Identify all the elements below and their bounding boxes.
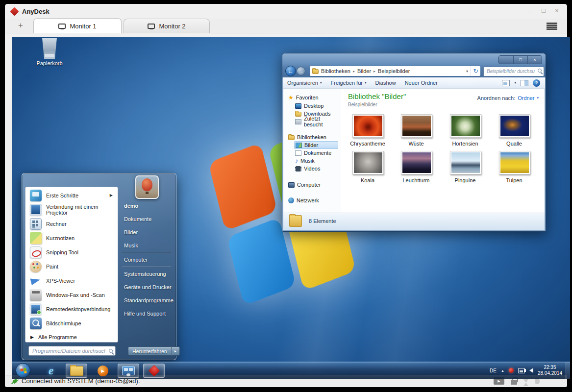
organize-button[interactable]: Organisieren ▾ (283, 77, 326, 88)
file-name[interactable]: Pinguine (443, 177, 488, 183)
file-name[interactable]: Hortensien (443, 141, 488, 147)
file-thumbnail[interactable] (499, 114, 530, 138)
file-thumbnail[interactable] (450, 114, 481, 138)
all-programs-button[interactable]: ▶Alle Programme (30, 332, 77, 342)
start-right-musik[interactable]: Musik (124, 241, 175, 250)
file-name[interactable]: Qualle (492, 141, 537, 147)
shutdown-options-arrow[interactable]: ▸ (172, 346, 180, 356)
start-right-hilfe-support[interactable]: Hilfe und Support (124, 309, 175, 318)
views-icon[interactable] (502, 80, 510, 86)
views-dropdown-icon[interactable]: ▾ (514, 81, 516, 85)
sidebar-item-favoriten[interactable]: ★Favoriten (287, 94, 320, 101)
breadcrumb-segment[interactable]: Beispielbilder (378, 68, 410, 74)
preview-pane-icon[interactable] (521, 80, 528, 86)
sidebar-item-zuletzt-besucht[interactable]: Zuletzt besucht (294, 118, 341, 125)
tab-monitor-1[interactable]: Monitor 1 (33, 18, 122, 33)
show-hidden-icons[interactable]: ▲ (501, 369, 504, 372)
user-avatar[interactable] (135, 175, 159, 199)
close-button[interactable]: × (553, 7, 560, 14)
start-right-computer[interactable]: Computer (124, 255, 175, 264)
explorer-window: – □ × ← → Bibliotheken ▸ Bilder ▸ Beispi… (282, 53, 546, 232)
start-user-demo[interactable]: demo (124, 201, 175, 210)
address-dropdown-icon[interactable]: ▾ (466, 69, 468, 74)
downloads-icon (295, 112, 301, 117)
taskbar-internet-explorer[interactable]: e (40, 364, 62, 378)
file-thumbnail[interactable] (401, 114, 432, 138)
explorer-close-button[interactable]: × (527, 56, 542, 64)
sidebar-item-musik[interactable]: ♪Musik (294, 157, 316, 165)
chevron-down-icon: ▾ (537, 96, 539, 100)
divider (29, 331, 114, 331)
file-name[interactable]: Wüste (394, 141, 439, 147)
show-desktop-button[interactable] (566, 362, 570, 379)
start-search-input[interactable] (28, 346, 116, 356)
new-folder-button[interactable]: Neuer Ordner (400, 77, 442, 88)
slideshow-button[interactable]: Diashow (371, 77, 400, 88)
taskbar-remote-tool[interactable] (118, 364, 139, 378)
file-thumbnail[interactable] (499, 151, 530, 174)
videos-icon (295, 166, 301, 172)
start-item-bildschirmlupe[interactable]: Bildschirmlupe (27, 316, 116, 330)
shutdown-button[interactable]: Herunterfahren (128, 346, 172, 356)
sidebar-item-dokumente[interactable]: Dokumente (294, 149, 332, 157)
start-item-snipping-tool[interactable]: Snipping Tool (27, 245, 116, 259)
file-thumbnail[interactable] (352, 114, 384, 138)
minimize-button[interactable]: – (527, 7, 534, 14)
explorer-main: Bibliothek "Bilder" Beispielbilder Anord… (341, 89, 545, 213)
sidebar-item-computer[interactable]: Computer (287, 181, 322, 189)
start-item-kurznotizen[interactable]: Kurznotizen (27, 231, 116, 245)
monitor-icon (58, 24, 66, 29)
address-bar[interactable]: Bibliotheken ▸ Bilder ▸ Beispielbilder ▾ (310, 66, 471, 76)
tray-clock[interactable]: 22:35 28.04.2014 (538, 365, 562, 376)
file-thumbnail[interactable] (352, 151, 384, 174)
start-item-xps-viewer[interactable]: XPS-Viewer (27, 273, 116, 288)
start-right-dokumente[interactable]: Dokumente (124, 215, 175, 223)
taskbar-explorer[interactable] (66, 364, 87, 378)
anydesk-tray-icon[interactable] (509, 368, 514, 373)
share-button[interactable]: Freigeben für ▾ (326, 77, 371, 88)
breadcrumb-segment[interactable]: Bibliotheken (321, 68, 350, 74)
start-right-bilder[interactable]: Bilder (124, 228, 175, 237)
start-button[interactable] (16, 363, 30, 378)
file-thumbnail[interactable] (401, 151, 432, 174)
remote-desktop[interactable]: Papierkorb – □ × ← → Bibliotheken ▸ Bild… (12, 37, 570, 379)
sidebar-item-desktop[interactable]: Desktop (294, 102, 324, 110)
start-item-projektor[interactable]: Verbindung mit einem Projektor (27, 202, 116, 217)
arrange-by[interactable]: Anordnen nach: Ordner ▾ (477, 95, 539, 101)
language-indicator[interactable]: DE (490, 368, 497, 373)
tab-monitor-2[interactable]: Monitor 2 (124, 19, 210, 33)
explorer-maximize-button[interactable]: □ (513, 56, 527, 64)
start-right-standardprogramme[interactable]: Standardprogramme (124, 296, 175, 305)
menu-hamburger-icon[interactable] (547, 23, 557, 30)
maximize-button[interactable]: □ (540, 7, 547, 14)
sidebar-item-videos[interactable]: Videos (294, 165, 321, 172)
file-name[interactable]: Chrysantheme (345, 141, 390, 147)
start-item-rechner[interactable]: Rechner (27, 217, 116, 231)
explorer-minimize-button[interactable]: – (499, 56, 513, 64)
help-icon[interactable]: ? (533, 79, 540, 87)
sidebar-item-bibliotheken[interactable]: Bibliotheken (287, 133, 327, 141)
sidebar-item-netzwerk[interactable]: Netzwerk (287, 196, 320, 204)
start-right-geraete-drucker[interactable]: Geräte und Drucker (124, 283, 175, 292)
refresh-button[interactable]: ↻ (471, 66, 480, 76)
taskbar-media-player[interactable]: ▶ (92, 364, 114, 378)
start-right-systemsteuerung[interactable]: Systemsteuerung (124, 270, 175, 278)
forward-button[interactable]: → (297, 67, 305, 75)
file-name[interactable]: Leuchtturm (394, 177, 439, 183)
arrange-value[interactable]: Ordner (518, 95, 534, 101)
file-name[interactable]: Tulpen (492, 177, 537, 183)
file-thumbnail[interactable] (450, 151, 481, 174)
explorer-search-input[interactable] (483, 67, 544, 76)
start-item-fax-scan[interactable]: Windows-Fax und -Scan (27, 288, 116, 302)
back-button[interactable]: ← (285, 66, 296, 76)
file-name[interactable]: Koala (345, 177, 390, 183)
new-tab-button[interactable]: + (16, 21, 25, 30)
start-item-remotedesktop[interactable]: Remotedesktopverbindung (27, 302, 116, 316)
sidebar-item-bilder[interactable]: Bilder (294, 141, 338, 149)
start-item-paint[interactable]: Paint (27, 259, 116, 273)
taskbar-anydesk[interactable] (143, 364, 165, 378)
breadcrumb-segment[interactable]: Bilder (357, 68, 371, 74)
start-item-erste-schritte[interactable]: Erste Schritte▶ (27, 188, 116, 202)
recycle-bin[interactable]: Papierkorb (31, 38, 68, 66)
volume-tray-icon[interactable] (529, 368, 533, 373)
